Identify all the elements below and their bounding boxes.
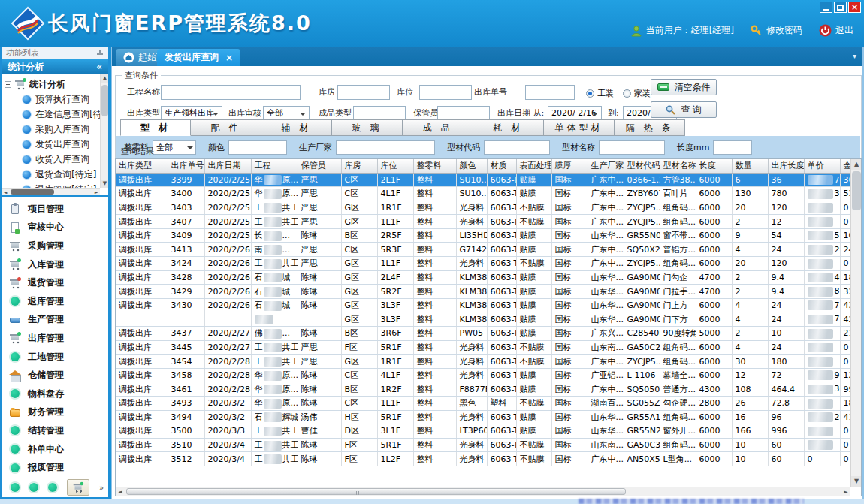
scroll-up-icon[interactable]: ▲ xyxy=(851,159,862,170)
date-from-select[interactable]: 2020/ 2/16 xyxy=(548,106,602,121)
table-row[interactable]: 调拨出库35102020/3/4工共工程陈琳F区5R1F整料光身料6063-T5… xyxy=(116,438,850,452)
column-header-出库单号[interactable]: 出库单号 xyxy=(168,159,204,173)
column-header-材质[interactable]: 材质 xyxy=(487,159,516,173)
material-tab-型材[interactable]: 型 材 xyxy=(120,119,191,136)
sidebar-item-结转管理[interactable]: 结转管理 xyxy=(2,421,108,440)
quick-dot-button[interactable] xyxy=(48,483,57,492)
material-tab-辅材[interactable]: 辅 材 xyxy=(261,119,332,136)
table-row[interactable]: 调拨出库34372020/2/27佛...陈琳B区3R6F整料PW056063-… xyxy=(116,327,850,341)
scroll-left-icon[interactable]: ◄ xyxy=(116,487,125,496)
quick-dot-button[interactable] xyxy=(11,483,20,492)
table-row[interactable]: 调拨出库34002020/2/25华原...严思C区4L1F整料SU10...6… xyxy=(116,187,850,201)
tree-item[interactable]: 采购入库查询 xyxy=(2,122,100,137)
search-button[interactable]: 查 询 xyxy=(651,101,717,118)
material-tab-配件[interactable]: 配 件 xyxy=(191,119,261,136)
sidebar-item-补单中心[interactable]: 补单中心 xyxy=(2,440,108,459)
out-type-select[interactable]: 生产领料出库 xyxy=(161,106,222,121)
pin-icon[interactable] xyxy=(97,50,103,56)
scroll-right-icon[interactable]: ► xyxy=(841,487,850,496)
sidebar-section-header[interactable]: 统计分析 « xyxy=(2,59,108,74)
material-tab-耗材[interactable]: 耗 材 xyxy=(473,119,544,136)
table-row[interactable]: 调拨出库34132020/2/26南...严思C区5R3F整料G71422606… xyxy=(116,243,850,257)
tree-item[interactable]: 退库管理[待定] xyxy=(2,182,100,188)
sidebar-item-审核中心[interactable]: 审核中心 xyxy=(2,219,108,237)
sidebar-item-物料盘存[interactable]: 物料盘存 xyxy=(2,385,108,403)
scroll-down-icon[interactable]: ▼ xyxy=(101,180,108,188)
table-row[interactable]: 调拨出库35002020/3/3工共工程曹佳D区3L1F整料LT3P606063… xyxy=(116,424,850,439)
column-header-生产厂家[interactable]: 生产厂家 xyxy=(588,159,624,173)
whole-part-select[interactable]: 全部 xyxy=(153,140,196,155)
table-row[interactable]: 调拨出库34302020/2/26石城陈琳G区3L3F整料KLM38176063… xyxy=(116,298,850,312)
tab-close-icon[interactable]: × xyxy=(225,53,233,63)
tree-collapse-icon[interactable] xyxy=(5,81,11,88)
table-row[interactable]: 调拨出库34582020/2/28华原...陈琳C区4L1F整料光身料6063-… xyxy=(116,368,850,382)
table-vertical-scrollbar[interactable]: ▲ ▼ xyxy=(850,159,861,487)
scroll-left-icon[interactable]: ◄ xyxy=(2,189,9,196)
logout-button[interactable]: 退出 xyxy=(819,24,853,37)
table-row[interactable]: 调拨出库34032020/2/25工共工程严思G区1R1F整料光身料6063-T… xyxy=(116,201,850,215)
column-header-单价[interactable]: 单价 xyxy=(804,159,840,173)
cart-shortcut-button[interactable] xyxy=(67,479,89,496)
table-row[interactable]: 调拨出库34092020/2/25长...陈琳B区2R5F整料LI35HD606… xyxy=(116,228,850,243)
order-no-input[interactable] xyxy=(525,85,575,100)
sidebar-item-财务管理[interactable]: 财务管理 xyxy=(2,403,108,422)
column-header-出库类型[interactable]: 出库类型 xyxy=(116,159,168,173)
scrollbar-thumb[interactable] xyxy=(101,85,108,116)
sidebar-item-报废管理[interactable]: 报废管理 xyxy=(2,458,108,476)
column-header-出库日期[interactable]: 出库日期 xyxy=(204,159,251,173)
table-row[interactable]: G区3L3F整料KLM38176063-T5贴膜国标山东华...GA90M09.… xyxy=(116,312,850,327)
quick-dot-button[interactable] xyxy=(29,483,38,492)
material-tab-玻璃[interactable]: 玻 璃 xyxy=(332,119,403,136)
close-button[interactable]: × xyxy=(848,2,861,13)
table-row[interactable]: 调拨出库34932020/3/2华原...陈琳C区1L1F整料黑色塑料不贴膜国标… xyxy=(116,397,850,411)
sidebar-item-仓储管理[interactable]: 仓储管理 xyxy=(2,366,108,385)
column-header-表面处理[interactable]: 表面处理 xyxy=(516,159,551,173)
tree-horizontal-scrollbar[interactable]: ◄ ► xyxy=(2,188,100,195)
sidebar-item-工地管理[interactable]: 工地管理 xyxy=(2,348,108,367)
table-row[interactable]: 调拨出库35122020/3/4工共工程陈琳F区1L2F整料光身料6063-T5… xyxy=(116,452,850,466)
scroll-up-icon[interactable]: ▲ xyxy=(101,74,108,83)
color-input[interactable] xyxy=(228,140,287,155)
tree-item[interactable]: 退货查询[待定] xyxy=(2,167,100,182)
more-buttons-chevron[interactable]: » xyxy=(99,484,104,491)
table-row[interactable]: 调拨出库33992020/2/25华原...严思C区2L1F整料SU10...6… xyxy=(116,173,850,187)
minimize-button[interactable] xyxy=(820,2,832,13)
profile-code-input[interactable] xyxy=(484,140,550,155)
column-header-金[interactable]: 金 xyxy=(840,159,850,173)
sidebar-item-项目管理[interactable]: 项目管理 xyxy=(2,200,108,219)
column-header-工程[interactable]: 工程 xyxy=(251,159,298,173)
column-header-膜厚[interactable]: 膜厚 xyxy=(551,159,588,173)
table-row[interactable]: 调拨出库34072020/2/25工共工程严思G区1L1F整料光身料6063-T… xyxy=(116,215,850,229)
factory-input[interactable] xyxy=(336,140,435,155)
scroll-right-icon[interactable]: ► xyxy=(92,189,100,196)
maximize-button[interactable] xyxy=(834,2,847,13)
audit-select[interactable]: 全部 xyxy=(263,106,310,121)
tree-item[interactable]: 收货入库查询 xyxy=(2,152,100,167)
tab-shipping-outbound-query[interactable]: 发货出库查询 × xyxy=(157,49,240,66)
radio-jiazhuang[interactable] xyxy=(623,89,631,98)
scrollbar-thumb[interactable] xyxy=(11,189,54,195)
change-password-button[interactable]: 修改密码 xyxy=(751,24,802,37)
scrollbar-thumb[interactable] xyxy=(126,488,626,495)
table-row[interactable]: 调拨出库34242020/2/26工共工程严思G区1L1F整料光身料6063-T… xyxy=(116,257,850,271)
table-row[interactable]: 调拨出库34452020/2/27工共工程严思F区5R1F整料光身料6063-T… xyxy=(116,340,850,355)
tree-item[interactable]: 在途信息查询[待 xyxy=(2,107,100,122)
column-header-型材代码[interactable]: 型材代码 xyxy=(624,159,660,173)
sidebar-item-采购管理[interactable]: 采购管理 xyxy=(2,237,108,255)
profile-name-input[interactable] xyxy=(599,140,665,155)
scrollbar-thumb[interactable] xyxy=(852,171,861,210)
material-tab-单体型材[interactable]: 单体型材 xyxy=(544,119,615,136)
table-row[interactable]: 调拨出库34942020/3/2石辉城汤伟H区5R1F整料光身料6063-T5贴… xyxy=(116,410,850,424)
column-header-保管员[interactable]: 保管员 xyxy=(298,159,341,173)
keeper-input[interactable] xyxy=(437,106,490,121)
product-type-input[interactable] xyxy=(353,106,406,121)
sidebar-item-出库管理[interactable]: 出库管理 xyxy=(2,329,108,348)
collapse-icon[interactable]: « xyxy=(96,59,102,74)
material-tab-隔热条[interactable]: 隔 热 条 xyxy=(615,119,685,136)
column-header-数量[interactable]: 数量 xyxy=(732,159,768,173)
tree-root[interactable]: 统计分析 xyxy=(2,77,100,92)
location-input[interactable] xyxy=(419,85,472,100)
tree-item[interactable]: 发货出库查询 xyxy=(2,137,100,152)
column-header-颜色[interactable]: 颜色 xyxy=(456,159,487,173)
table-horizontal-scrollbar[interactable]: ◄ ► xyxy=(116,487,850,496)
